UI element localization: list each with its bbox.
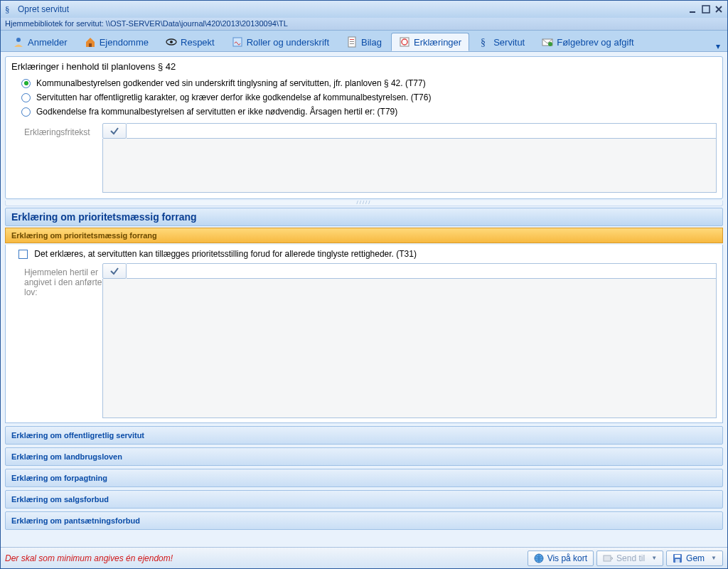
- eye-icon: [166, 36, 177, 48]
- maximize-button[interactable]: [702, 5, 710, 14]
- t31-row[interactable]: Det erklæres, at servitutten kan tillægg…: [11, 249, 717, 259]
- prioritet-subheader[interactable]: Erklæring om prioritetsmæssig forrang: [5, 228, 723, 243]
- tab-label: Ejendomme: [100, 37, 149, 48]
- svg-rect-20: [675, 555, 680, 558]
- globe-icon: [534, 553, 544, 563]
- radio-t76[interactable]: Servitutten har offentligretlig karakter…: [11, 90, 717, 105]
- fritekst-input-line[interactable]: [127, 123, 717, 139]
- chevron-down-icon: ▼: [651, 555, 657, 561]
- button-label: Vis på kort: [547, 553, 587, 563]
- fritekst-row: Erklæringsfritekst: [11, 123, 717, 193]
- svg-rect-2: [702, 6, 710, 13]
- tab-ejendomme[interactable]: Ejendomme: [77, 33, 156, 51]
- tab-roller[interactable]: Roller og underskrift: [224, 33, 337, 51]
- hjemmel-row: Hjemmelen hertil er angivet i den anført…: [11, 263, 717, 418]
- hjemmel-label: Hjemmelen hertil er angivet i den anført…: [11, 263, 102, 418]
- radio-icon: [21, 79, 31, 88]
- tab-label: Roller og underskrift: [247, 37, 329, 48]
- window-title: Opret servitut: [18, 4, 69, 14]
- svg-rect-10: [350, 41, 354, 42]
- tab-bilag[interactable]: Bilag: [338, 33, 390, 51]
- radio-label: Kommunalbestyrelsen godkender ved sin un…: [36, 78, 426, 88]
- validation-warning: Der skal som minimum angives én ejendom!: [5, 553, 173, 563]
- titlebar: § Opret servitut: [1, 1, 727, 18]
- save-icon: [673, 553, 682, 563]
- t31-label: Det erklæres, at servitutten kan tillægg…: [34, 249, 417, 259]
- planlov-heading: Erklæringer i henhold til planlovens § 4…: [11, 61, 717, 72]
- letter-icon: [542, 36, 553, 48]
- svg-rect-1: [690, 11, 695, 13]
- svg-rect-18: [604, 555, 611, 561]
- button-label: Send til: [616, 553, 645, 563]
- tab-servitut[interactable]: § Servitut: [471, 33, 532, 51]
- gem-button[interactable]: Gem ▼: [666, 551, 723, 566]
- house-icon: [85, 36, 96, 48]
- tab-label: Følgebrev og afgift: [557, 37, 633, 48]
- stamp-icon: [399, 36, 410, 48]
- radio-label: Godkendelse fra kommunalbestyrelsen af s…: [36, 107, 397, 117]
- path-bar: Hjemmebibliotek for servitut: \\OST-SERV…: [1, 18, 727, 31]
- section-icon: §: [478, 36, 490, 48]
- svg-point-3: [16, 38, 21, 42]
- radio-icon: [21, 107, 31, 117]
- section-offentligretlig[interactable]: Erklæring om offentligretlig servitut: [5, 426, 723, 445]
- spellcheck-button[interactable]: [102, 263, 127, 279]
- app-window: § Opret servitut Hjemmebibliotek for ser…: [0, 0, 728, 569]
- radio-t79[interactable]: Godkendelse fra kommunalbestyrelsen af s…: [11, 105, 717, 119]
- tab-anmelder[interactable]: Anmelder: [5, 33, 75, 51]
- close-button[interactable]: [714, 5, 723, 14]
- app-icon: §: [5, 5, 14, 14]
- button-label: Gem: [686, 553, 705, 563]
- person-icon: [13, 36, 24, 48]
- minimize-button[interactable]: [689, 5, 697, 14]
- tab-label: Anmelder: [28, 37, 68, 48]
- spellcheck-button[interactable]: [102, 123, 127, 139]
- svg-rect-11: [350, 43, 354, 44]
- tab-respekt[interactable]: Respekt: [158, 33, 223, 51]
- section-landbrugsloven[interactable]: Erklæring om landbrugsloven: [5, 447, 723, 466]
- radio-t77[interactable]: Kommunalbestyrelsen godkender ved sin un…: [11, 76, 717, 90]
- tab-folgebrev[interactable]: Følgebrev og afgift: [534, 33, 641, 51]
- document-icon: [346, 36, 358, 48]
- tab-label: Respekt: [181, 37, 215, 48]
- signature-icon: [232, 36, 243, 48]
- tab-overflow-dropdown[interactable]: ▾: [713, 41, 723, 51]
- radio-icon: [21, 93, 31, 102]
- checkbox-t31[interactable]: [18, 250, 28, 259]
- resize-grip[interactable]: [5, 201, 723, 206]
- footer: Der skal som minimum angives én ejendom!…: [1, 547, 727, 568]
- svg-rect-21: [675, 559, 680, 563]
- fritekst-textarea[interactable]: [102, 139, 717, 193]
- tab-label: Servitut: [493, 37, 525, 48]
- svg-rect-9: [350, 39, 354, 40]
- fritekst-label: Erklæringsfritekst: [11, 123, 102, 193]
- svg-text:§: §: [481, 37, 486, 48]
- chevron-down-icon: ▼: [711, 555, 717, 561]
- tab-label: Erklæringer: [414, 37, 461, 48]
- svg-text:§: §: [5, 5, 10, 14]
- section-pantsaetningsforbud[interactable]: Erklæring om pantsætningsforbud: [5, 511, 723, 530]
- hjemmel-textarea[interactable]: [102, 279, 717, 418]
- content-area: Erklæringer i henhold til planlovens § 4…: [1, 52, 727, 547]
- prioritet-panel: Det erklæres, at servitutten kan tillægg…: [5, 245, 723, 423]
- section-forpagtning[interactable]: Erklæring om forpagtning: [5, 469, 723, 487]
- tab-strip: Anmelder Ejendomme Respekt Roller og und…: [1, 31, 727, 52]
- svg-rect-7: [233, 38, 242, 46]
- hjemmel-input-line[interactable]: [127, 263, 717, 279]
- svg-rect-4: [89, 43, 92, 47]
- vis-paa-kort-button[interactable]: Vis på kort: [528, 551, 594, 566]
- svg-point-16: [548, 42, 552, 46]
- radio-label: Servitutten har offentligretlig karakter…: [36, 92, 431, 102]
- tab-label: Bilag: [361, 37, 382, 48]
- send-icon: [603, 553, 613, 563]
- tab-erklaeringer[interactable]: Erklæringer: [391, 33, 469, 51]
- svg-point-6: [170, 41, 173, 43]
- section-salgsforbud[interactable]: Erklæring om salgsforbud: [5, 490, 723, 509]
- prioritet-header: Erklæring om prioritetsmæssig forrang: [5, 208, 723, 226]
- send-til-button[interactable]: Send til ▼: [596, 551, 663, 566]
- planlov-group: Erklæringer i henhold til planlovens § 4…: [5, 56, 723, 199]
